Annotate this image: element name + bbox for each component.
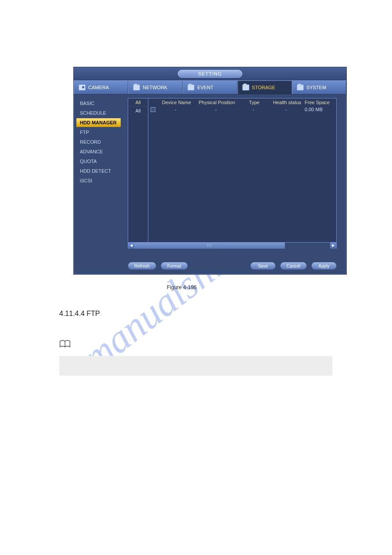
horizontal-scrollbar[interactable]: ◀ ||| ▶ bbox=[128, 242, 336, 248]
tab-system[interactable]: SYSTEM bbox=[292, 81, 346, 94]
section-heading: 4.11.4.4 FTP bbox=[59, 310, 100, 318]
cell-health-status: - bbox=[269, 106, 304, 113]
col-header-physical-position[interactable]: Physical Position bbox=[195, 100, 239, 105]
system-icon bbox=[297, 84, 304, 91]
cell-free-space: 0.00 MB bbox=[304, 106, 334, 113]
tab-label: EVENT bbox=[197, 85, 213, 90]
book-icon bbox=[59, 340, 71, 348]
sidebar-item-record[interactable]: RECORD bbox=[76, 138, 121, 146]
storage-icon bbox=[242, 84, 249, 91]
network-icon bbox=[133, 84, 140, 91]
tab-label: CAMERA bbox=[88, 85, 109, 90]
col-header-free-space[interactable]: Free Space bbox=[305, 100, 335, 105]
tab-label: NETWORK bbox=[143, 85, 167, 90]
sidebar-item-hdd-detect[interactable]: HDD DETECT bbox=[76, 167, 121, 175]
main-pane: All All Device Name Physical Position Ty… bbox=[123, 94, 346, 275]
sidebar: BASIC SCHEDULE HDD MANAGER FTP RECORD AD… bbox=[74, 94, 123, 275]
highlight-block bbox=[59, 356, 332, 376]
cell-physical-position: - bbox=[194, 106, 238, 113]
sidebar-item-iscsi[interactable]: iSCSI bbox=[76, 176, 121, 185]
col-header-health-status[interactable]: Health status bbox=[270, 100, 305, 105]
table-header-row: Device Name Physical Position Type Healt… bbox=[148, 98, 336, 106]
scrollbar-track[interactable]: ||| bbox=[134, 243, 330, 249]
refresh-button[interactable]: Refresh bbox=[128, 262, 156, 270]
tab-event[interactable]: EVENT bbox=[183, 81, 237, 94]
format-button[interactable]: Format bbox=[161, 262, 188, 270]
tab-label: STORAGE bbox=[252, 85, 276, 90]
camera-icon bbox=[79, 84, 86, 91]
sidebar-item-quota[interactable]: QUOTA bbox=[76, 157, 121, 166]
col-header-checkbox bbox=[149, 100, 158, 105]
table-data-column: Device Name Physical Position Type Healt… bbox=[148, 98, 336, 242]
settings-window: SETTING CAMERA NETWORK EVENT STORAGE SYS… bbox=[73, 67, 347, 275]
cell-type: - bbox=[238, 106, 269, 113]
sidebar-item-ftp[interactable]: FTP bbox=[76, 128, 121, 137]
left-col-header[interactable]: All bbox=[128, 98, 148, 107]
note-row bbox=[59, 340, 71, 348]
scrollbar-thumb[interactable]: ||| bbox=[134, 243, 285, 249]
sidebar-item-advance[interactable]: ADVANCE bbox=[76, 147, 121, 156]
sidebar-item-schedule[interactable]: SCHEDULE bbox=[76, 109, 121, 117]
titlebar: SETTING bbox=[74, 67, 346, 80]
tab-network[interactable]: NETWORK bbox=[128, 81, 183, 94]
scroll-left-icon[interactable]: ◀ bbox=[128, 243, 134, 249]
table-row[interactable]: - - - - 0.00 MB bbox=[148, 106, 336, 113]
hdd-table: All All Device Name Physical Position Ty… bbox=[128, 98, 337, 249]
tab-storage[interactable]: STORAGE bbox=[237, 81, 292, 94]
figure-caption: Figure 4-196 bbox=[167, 284, 197, 290]
tab-camera[interactable]: CAMERA bbox=[74, 81, 128, 94]
cancel-button[interactable]: Cancel bbox=[280, 262, 307, 270]
save-button[interactable]: Save bbox=[250, 262, 276, 270]
tab-label: SYSTEM bbox=[306, 85, 326, 90]
apply-button[interactable]: Apply bbox=[311, 262, 337, 270]
cell-device-name: - bbox=[157, 106, 194, 113]
tabstrip: CAMERA NETWORK EVENT STORAGE SYSTEM bbox=[74, 80, 346, 94]
event-icon bbox=[187, 84, 194, 91]
col-header-type[interactable]: Type bbox=[239, 100, 270, 105]
col-header-device-name[interactable]: Device Name bbox=[158, 100, 195, 105]
row-checkbox[interactable] bbox=[151, 107, 155, 112]
scrollbar-grip-icon: ||| bbox=[207, 243, 212, 247]
scroll-right-icon[interactable]: ▶ bbox=[330, 243, 336, 249]
button-row: Refresh Format Save Cancel Apply bbox=[128, 262, 337, 270]
table-left-column: All All bbox=[128, 98, 148, 242]
left-col-row[interactable]: All bbox=[128, 107, 148, 115]
sidebar-item-basic[interactable]: BASIC bbox=[76, 99, 121, 108]
window-title: SETTING bbox=[178, 70, 242, 78]
sidebar-item-hdd-manager[interactable]: HDD MANAGER bbox=[76, 118, 121, 127]
